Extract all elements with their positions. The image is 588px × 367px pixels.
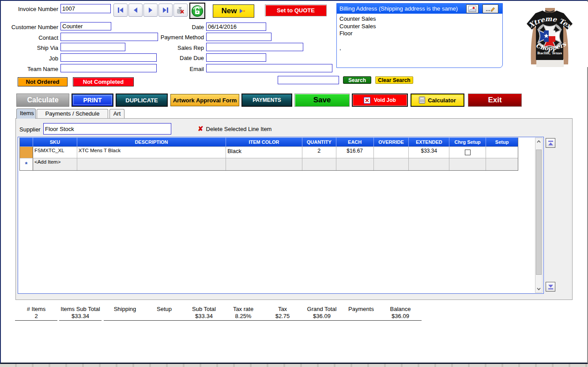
summary-label: Grand Total — [301, 306, 343, 312]
date-input[interactable] — [206, 22, 266, 31]
scrollbar-thumb[interactable] — [536, 150, 542, 275]
print-label: PRINT — [83, 97, 102, 104]
supplier-input[interactable] — [43, 123, 171, 135]
add-item-cell[interactable]: <Add Item> — [33, 158, 77, 170]
date-due-label: Date Due — [151, 55, 204, 61]
calculate-button[interactable]: Calculate — [16, 94, 69, 107]
scroll-to-bottom-button[interactable] — [546, 282, 555, 292]
add-row-selector-cell[interactable]: * — [20, 158, 33, 170]
delete-record-icon — [177, 6, 185, 14]
add-row-cell[interactable] — [409, 158, 449, 170]
add-item-row[interactable]: * <Add Item> — [20, 158, 518, 170]
payments-button[interactable]: PAYMENTS — [241, 94, 292, 107]
customer-number-input[interactable] — [60, 22, 111, 30]
calculator-label: Calculator — [428, 97, 456, 104]
exit-button[interactable]: Exit — [468, 94, 522, 107]
clear-search-label: Clear Search — [378, 77, 410, 83]
column-header-override[interactable]: OVERRIDE — [374, 138, 409, 146]
billing-edit-button[interactable] — [482, 4, 498, 13]
new-arrow-icon — [239, 8, 245, 14]
last-record-button[interactable] — [158, 4, 173, 17]
scroll-up-arrow[interactable] — [535, 138, 542, 145]
not-ordered-button[interactable]: Not Ordered — [18, 77, 68, 86]
payment-method-input[interactable] — [206, 33, 271, 41]
email-input[interactable] — [206, 64, 332, 72]
cell-quantity[interactable]: 2 — [302, 146, 336, 158]
customer-number-label: Customer Number — [5, 24, 58, 30]
chrg-setup-checkbox[interactable] — [465, 150, 471, 155]
add-row-cell[interactable] — [77, 158, 226, 170]
cell-item-color[interactable]: Black — [226, 146, 302, 158]
summary-sub-total: Sub Total $33.34 — [183, 306, 225, 321]
cell-sku[interactable]: FSMXTC_XL — [33, 146, 77, 158]
cell-chrg-setup[interactable] — [449, 146, 486, 158]
supplier-label: Supplier — [19, 126, 41, 133]
set-to-quote-button[interactable]: Set to QUOTE — [265, 4, 327, 16]
tab-payments-schedule[interactable]: Payments / Schedule — [37, 109, 108, 119]
cell-extended[interactable]: $33.34 — [409, 146, 449, 158]
ship-via-input[interactable] — [60, 43, 125, 51]
scroll-to-top-button[interactable] — [546, 138, 555, 148]
summary-label: Payments — [340, 306, 382, 312]
tab-art-label: Art — [113, 110, 121, 117]
add-row-cell[interactable] — [226, 158, 302, 170]
cell-override[interactable] — [374, 146, 409, 158]
sales-rep-input[interactable] — [206, 43, 303, 51]
cell-description[interactable]: XTC Mens T Black — [77, 146, 226, 158]
add-row-cell[interactable] — [449, 158, 486, 170]
delete-selected-line-item-button[interactable]: ✘ Delete Selected Line Item — [198, 125, 271, 133]
column-header-each[interactable]: EACH — [336, 138, 374, 146]
column-header-description[interactable]: DESCRIPTION — [77, 138, 226, 146]
add-row-cell[interactable] — [302, 158, 336, 170]
date-due-input[interactable] — [206, 53, 266, 62]
items-vertical-scrollbar[interactable] — [535, 138, 543, 293]
save-button[interactable]: Save — [294, 94, 350, 107]
set-to-quote-label: Set to QUOTE — [277, 7, 315, 14]
summary-value — [104, 313, 146, 321]
column-header-chrg-setup[interactable]: Chrg Setup — [449, 138, 486, 146]
cell-each[interactable]: $16.67 — [336, 146, 374, 158]
window-bottom-scrollbar[interactable] — [0, 364, 588, 367]
cell-setup[interactable] — [486, 146, 518, 158]
row-selector-cell[interactable] — [20, 146, 33, 158]
add-row-cell[interactable] — [374, 158, 409, 170]
search-input[interactable] — [278, 76, 339, 84]
column-header-sku[interactable]: SKU — [33, 138, 77, 146]
column-header-setup[interactable]: Setup — [486, 138, 518, 146]
add-row-cell[interactable] — [336, 158, 374, 170]
summary-label: Shipping — [104, 306, 146, 312]
print-button[interactable]: PRINT — [72, 94, 113, 107]
tab-items[interactable]: Items — [16, 109, 36, 119]
void-job-button[interactable]: Void Job — [352, 94, 408, 107]
not-completed-button[interactable]: Not Completed — [73, 77, 134, 86]
lock-record-button[interactable] — [189, 3, 205, 19]
job-input[interactable] — [60, 53, 157, 62]
calculator-button[interactable]: Calculator — [411, 94, 464, 107]
previous-record-button[interactable] — [128, 4, 143, 17]
exit-label: Exit — [488, 96, 501, 105]
tab-art[interactable]: Art — [109, 109, 124, 119]
column-header-quantity[interactable]: QUANTITY — [302, 138, 336, 146]
column-header-extended[interactable]: EXTENDED — [409, 138, 449, 146]
team-name-label: Team Name — [5, 66, 58, 72]
contact-input[interactable] — [60, 33, 158, 41]
not-ordered-label: Not Ordered — [26, 79, 60, 85]
search-button[interactable]: Search — [343, 76, 371, 84]
table-row[interactable]: FSMXTC_XL XTC Mens T Black Black 2 $16.6… — [20, 146, 518, 158]
duplicate-button[interactable]: DUPLICATE — [116, 94, 168, 107]
billing-map-button[interactable] — [466, 4, 479, 13]
scroll-down-arrow[interactable] — [535, 285, 542, 292]
not-completed-label: Not Completed — [83, 79, 124, 85]
artwork-approval-form-button[interactable]: Artwork Approval Form — [170, 94, 239, 106]
team-name-input[interactable] — [60, 64, 157, 72]
delete-record-button[interactable] — [173, 4, 188, 17]
invoice-number-input[interactable] — [60, 4, 111, 13]
first-record-button[interactable] — [113, 4, 128, 17]
add-row-cell[interactable] — [486, 158, 518, 170]
column-header-item-color[interactable]: ITEM COLOR — [226, 138, 302, 146]
line-items-box: SKU DESCRIPTION ITEM COLOR QUANTITY EACH… — [18, 137, 544, 294]
clear-search-button[interactable]: Clear Search — [375, 76, 413, 84]
new-button[interactable]: New — [213, 4, 254, 18]
next-record-button[interactable] — [143, 4, 158, 17]
summary-value: 2 — [15, 313, 57, 321]
